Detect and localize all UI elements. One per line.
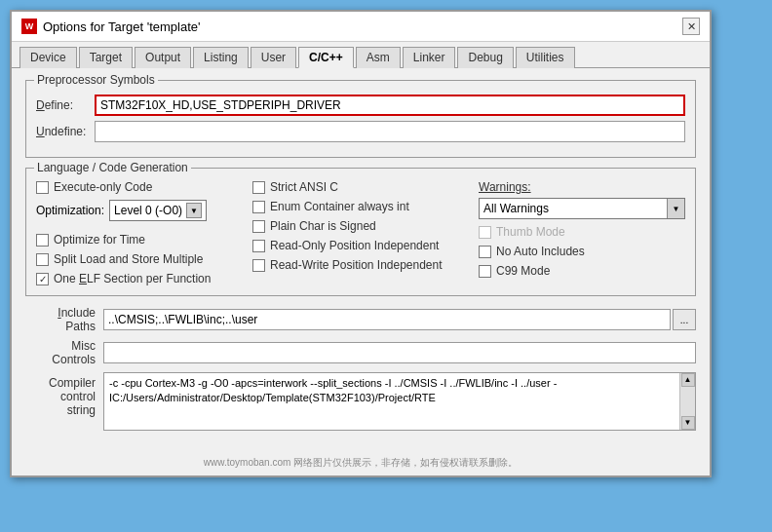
c99-mode-row: C99 Mode bbox=[479, 264, 685, 278]
compiler-value: -c -cpu Cortex-M3 -g -O0 -apcs=interwork… bbox=[109, 377, 557, 403]
optimization-value: Level 0 (-O0) bbox=[114, 204, 182, 217]
define-input[interactable] bbox=[95, 95, 685, 116]
read-write-pos-row: Read-Write Position Independent bbox=[252, 258, 469, 272]
no-auto-includes-label: No Auto Includes bbox=[496, 245, 585, 258]
compiler-label: Compilercontrolstring bbox=[25, 372, 103, 417]
undefine-label: Undefine: bbox=[36, 125, 95, 138]
optimization-select[interactable]: Level 0 (-O0) ▼ bbox=[109, 200, 207, 221]
thumb-mode-checkbox[interactable] bbox=[479, 226, 491, 239]
language-group-label: Language / Code Generation bbox=[34, 161, 191, 174]
optimization-row: Optimization: Level 0 (-O0) ▼ bbox=[36, 200, 252, 221]
warnings-label: Warnings: bbox=[479, 180, 685, 194]
language-group: Language / Code Generation Execute-only … bbox=[25, 168, 696, 296]
strict-ansi-label: Strict ANSI C bbox=[270, 180, 338, 194]
compiler-container: -c -cpu Cortex-M3 -g -O0 -apcs=interwork… bbox=[103, 372, 696, 431]
preprocessor-group: Preprocessor Symbols Define: Undefine: bbox=[25, 80, 696, 158]
compiler-control-string[interactable]: -c -cpu Cortex-M3 -g -O0 -apcs=interwork… bbox=[103, 372, 696, 431]
enum-container-row: Enum Container always int bbox=[252, 200, 469, 213]
misc-controls-row: MiscControls bbox=[25, 339, 696, 366]
preprocessor-group-label: Preprocessor Symbols bbox=[34, 73, 158, 87]
tab-debug[interactable]: Debug bbox=[457, 47, 513, 68]
watermark: www.toymoban.com 网络图片仅供展示，非存储，如有侵权请联系删除。 bbox=[12, 456, 710, 470]
enum-container-checkbox[interactable] bbox=[252, 201, 265, 213]
define-row: Define: bbox=[36, 95, 685, 116]
title-bar-left: W Options for Target 'template' bbox=[21, 19, 201, 34]
include-paths-row: IncludePaths ... bbox=[25, 306, 696, 333]
plain-char-label: Plain Char is Signed bbox=[270, 219, 376, 233]
tab-content: Preprocessor Symbols Define: Undefine: L… bbox=[12, 68, 710, 448]
optimize-time-row: Optimize for Time bbox=[36, 233, 252, 247]
optimize-time-checkbox[interactable] bbox=[36, 234, 49, 247]
tab-device[interactable]: Device bbox=[19, 47, 77, 68]
read-only-pos-label: Read-Only Position Independent bbox=[270, 239, 439, 252]
tab-output[interactable]: Output bbox=[135, 47, 191, 68]
thumb-mode-row: Thumb Mode bbox=[479, 225, 685, 239]
warnings-select[interactable]: All Warnings ▼ bbox=[479, 198, 685, 219]
options-dialog: W Options for Target 'template' ✕ Device… bbox=[10, 10, 712, 477]
undefine-input[interactable] bbox=[95, 121, 685, 142]
scroll-up-arrow[interactable]: ▲ bbox=[681, 373, 695, 387]
language-col2: Strict ANSI C Enum Container always int … bbox=[252, 180, 469, 285]
no-auto-includes-row: No Auto Includes bbox=[479, 245, 685, 258]
scroll-down-arrow[interactable]: ▼ bbox=[681, 416, 695, 430]
strict-ansi-checkbox[interactable] bbox=[252, 181, 265, 194]
warnings-section: Warnings: All Warnings ▼ bbox=[479, 180, 685, 219]
dialog-title: Options for Target 'template' bbox=[43, 19, 201, 34]
tab-user[interactable]: User bbox=[251, 47, 296, 68]
optimization-arrow[interactable]: ▼ bbox=[186, 203, 202, 218]
split-load-checkbox[interactable] bbox=[36, 253, 49, 266]
tab-utilities[interactable]: Utilities bbox=[516, 47, 575, 68]
tab-linker[interactable]: Linker bbox=[403, 47, 456, 68]
split-load-label: Split Load and Store Multiple bbox=[54, 252, 203, 266]
enum-container-label: Enum Container always int bbox=[270, 200, 409, 213]
warnings-dropdown-arrow[interactable]: ▼ bbox=[667, 199, 684, 218]
tab-cpp[interactable]: C/C++ bbox=[298, 47, 354, 68]
execute-only-row: Execute-only Code bbox=[36, 180, 252, 194]
optimize-time-label: Optimize for Time bbox=[54, 233, 145, 247]
read-write-pos-checkbox[interactable] bbox=[252, 259, 265, 272]
one-elf-checkbox[interactable] bbox=[36, 273, 49, 285]
tab-bar: Device Target Output Listing User C/C++ … bbox=[12, 42, 710, 68]
warnings-select-value: All Warnings bbox=[480, 202, 667, 215]
misc-controls-input[interactable] bbox=[103, 342, 696, 363]
one-elf-row: One ELF Section per Function bbox=[36, 272, 252, 285]
tab-target[interactable]: Target bbox=[79, 47, 133, 68]
optimization-label: Optimization: bbox=[36, 204, 104, 217]
compiler-scrollbar[interactable]: ▲ ▼ bbox=[679, 373, 695, 430]
include-paths-label: IncludePaths bbox=[25, 306, 103, 333]
strict-ansi-row: Strict ANSI C bbox=[252, 180, 469, 194]
thumb-mode-label: Thumb Mode bbox=[496, 225, 565, 239]
include-paths-input[interactable] bbox=[103, 309, 671, 330]
read-only-pos-checkbox[interactable] bbox=[252, 240, 265, 252]
execute-only-label: Execute-only Code bbox=[54, 180, 152, 194]
misc-controls-label: MiscControls bbox=[25, 339, 103, 366]
include-browse-button[interactable]: ... bbox=[673, 309, 696, 330]
plain-char-row: Plain Char is Signed bbox=[252, 219, 469, 233]
c99-mode-checkbox[interactable] bbox=[479, 265, 491, 278]
define-label: Define: bbox=[36, 98, 95, 112]
c99-mode-label: C99 Mode bbox=[496, 264, 550, 278]
plain-char-checkbox[interactable] bbox=[252, 220, 265, 233]
compiler-row: Compilercontrolstring -c -cpu Cortex-M3 … bbox=[25, 372, 696, 431]
tab-asm[interactable]: Asm bbox=[356, 47, 401, 68]
language-col3: Warnings: All Warnings ▼ Thumb Mode No A… bbox=[469, 180, 685, 285]
undefine-row: Undefine: bbox=[36, 121, 685, 142]
dialog-icon: W bbox=[21, 19, 37, 34]
read-only-pos-row: Read-Only Position Independent bbox=[252, 239, 469, 252]
read-write-pos-label: Read-Write Position Independent bbox=[270, 258, 443, 272]
no-auto-includes-checkbox[interactable] bbox=[479, 246, 491, 258]
close-button[interactable]: ✕ bbox=[682, 18, 700, 35]
execute-only-checkbox[interactable] bbox=[36, 181, 49, 194]
one-elf-label: One ELF Section per Function bbox=[54, 272, 211, 285]
tab-listing[interactable]: Listing bbox=[193, 47, 249, 68]
split-load-row: Split Load and Store Multiple bbox=[36, 252, 252, 266]
language-col1: Execute-only Code Optimization: Level 0 … bbox=[36, 180, 252, 285]
title-bar: W Options for Target 'template' ✕ bbox=[12, 12, 710, 42]
